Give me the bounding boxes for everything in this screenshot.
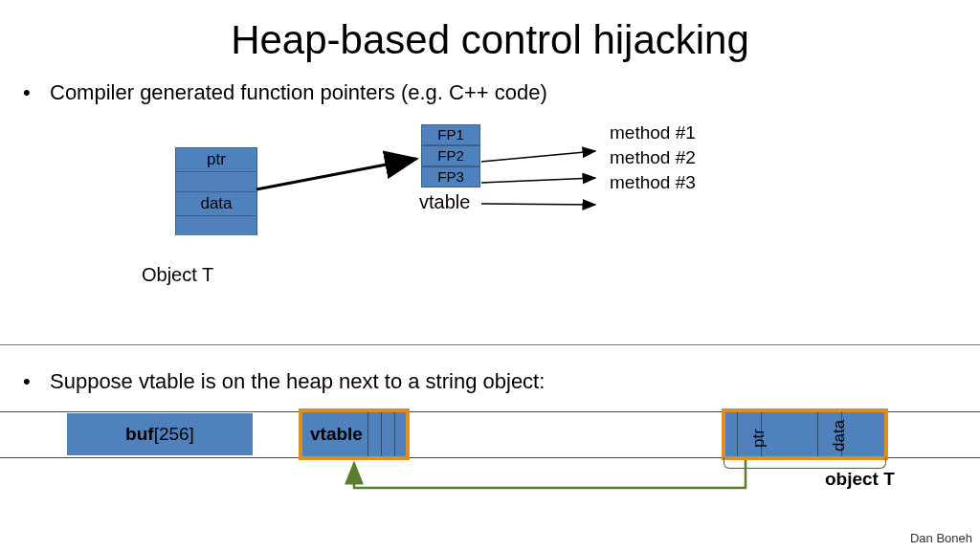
heap-obj-data-text: data: [830, 420, 849, 452]
bullet-line-1: Compiler generated function pointers (e.…: [0, 63, 980, 105]
bullet-line-2: Suppose vtable is on the heap next to a …: [0, 352, 980, 394]
object-spacer: [175, 172, 257, 191]
object-spacer-2: [175, 216, 257, 235]
vtable-box: FP1 FP2 FP3: [421, 124, 480, 187]
method-3-label: method #3: [610, 172, 696, 193]
object-ptr-cell: ptr: [175, 147, 257, 172]
object-label: Object T: [142, 264, 213, 286]
vtable-label: vtable: [419, 191, 470, 213]
object-data-cell: data: [175, 191, 257, 216]
method-1-label: method #1: [610, 122, 696, 143]
vtable-fp3: FP3: [421, 166, 480, 187]
heap-vtable-box: vtable: [299, 408, 410, 460]
heap-vtable-label: vtable: [310, 424, 363, 444]
object-brace: [724, 457, 886, 469]
heap-object-box: [722, 408, 888, 460]
slide-title: Heap-based control hijacking: [0, 0, 980, 63]
top-diagram: ptr data Object T FP1 FP2 FP3 vtable met…: [0, 105, 980, 297]
vtable-fp2: FP2: [421, 145, 480, 166]
lower-section: Suppose vtable is on the heap next to a …: [0, 352, 980, 394]
heap-obj-ptr-text: ptr: [749, 429, 768, 448]
buf-bold: buf: [125, 424, 154, 444]
vtable-fp1: FP1: [421, 124, 480, 145]
heap-object-label: object T: [825, 469, 895, 490]
method-2-label: method #2: [610, 147, 696, 168]
buf-rest: [256]: [154, 424, 194, 444]
object-box: ptr data: [175, 147, 257, 235]
horizontal-divider: [0, 344, 980, 345]
author-credit: Dan Boneh: [910, 531, 972, 545]
heap-buf-box: buf[256]: [67, 413, 253, 455]
